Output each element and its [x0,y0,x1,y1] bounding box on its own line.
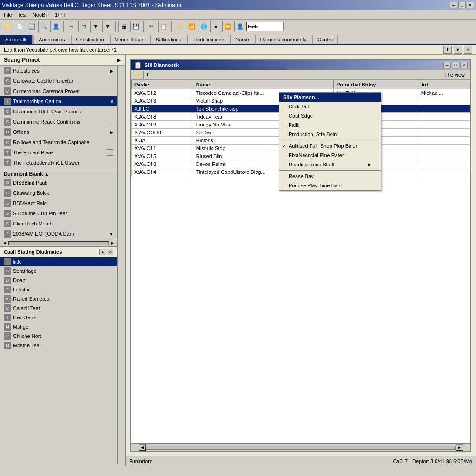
toolbar-btn-4[interactable]: 🔍 [38,21,49,32]
sidebar-item-2038[interactable]: 2 2038/AM.EGF(ODDA Darl) ▼ [0,229,117,239]
sidebar-item-prolent[interactable]: T The Prolent Pleak [0,147,117,158]
menu-item-file[interactable]: File [1,11,15,19]
tab-adlonralls[interactable]: Adlonralls [0,35,33,44]
bottom-panel-item-calenii[interactable]: C Caleniî Teat [0,304,117,313]
toolbar-btn-2[interactable]: 📄 [14,21,25,32]
bottom-panel-item-matige[interactable]: M Matige [0,322,117,331]
tab-ansnocices[interactable]: Ansnocices [33,35,70,44]
toolbar-btn-print[interactable]: 🖨 [118,21,129,32]
tab-checlication[interactable]: Checlication [71,35,109,44]
sidebar-checkbox-9[interactable] [107,149,113,156]
sidebar-item-rolliove[interactable]: R Rolliove and Teadrmitle Captnaite [0,137,117,147]
toolbar-btn-save[interactable]: 💾 [130,21,141,32]
table-cell: X:AV.Of 2 [132,89,193,97]
toolbar-btn-1[interactable]: ⭐ [2,21,13,32]
sidebar-item-catemoriis[interactable]: C Catemoriis RILt. C/sc. Pudoiis [0,106,117,117]
sidebar-item-cunteromar[interactable]: C Cunteromar. Caterncá Prover [0,86,117,96]
toolbar-btn-down1[interactable]: ▼ [90,21,101,32]
toolbar-separator-3 [143,21,144,32]
toolbar-btn-11[interactable]: ● [210,21,221,32]
minimize-button[interactable]: ─ [450,2,457,8]
context-menu-item-poduse[interactable]: Poduse Play Time Bant [279,181,381,190]
toolbar-btn-12[interactable]: ⏩ [222,21,233,32]
toolbar-btn-10[interactable]: 🌐 [198,21,209,32]
context-menu-item-caut-sdge[interactable]: Caut Sdge [279,111,381,120]
sidebar-expand-icon[interactable]: ▶ [117,58,121,63]
bottom-panel-label-6: Caleniî Teat [13,305,40,311]
bottom-panel-item-mosthe[interactable]: M Mosthe Teal [0,341,117,350]
sidebar-item-sulipe[interactable]: S Sulipe the CB0 Pin Tear [0,208,117,218]
table-cell [418,152,470,160]
toolbar-btn-3[interactable]: 🔄 [26,21,37,32]
toolbar-btn-5[interactable]: 👤 [50,21,61,32]
sidebar-item-citawsing[interactable]: C Citawsing Boick [0,188,117,198]
toolbar-btn-box[interactable]: □ [78,21,89,32]
sidebar-checkbox-6[interactable] [107,119,113,125]
sidebar-item-tanimordhips[interactable]: T Tanimordhips Certion B [0,96,117,106]
breadcrumb-btn-2[interactable]: ▼ [454,46,462,54]
context-menu-item-aulitised[interactable]: Aulitised Faiil Shop Plop Baler [279,141,381,151]
context-menu-item-rease[interactable]: Rease Bay [279,172,381,181]
inner-restore-btn[interactable]: □ [452,62,459,68]
close-button[interactable]: ✕ [467,2,474,8]
h-scroll-right[interactable]: ▶ [456,444,463,451]
sidebar-scroll-left[interactable]: ◀ [1,240,8,246]
context-menu-item-eixanecncial[interactable]: EixaNecncial Pine Rater [279,151,381,160]
toolbar-btn-arrow[interactable]: → [66,21,77,32]
context-menu-item-failt[interactable]: Failt: [279,120,381,130]
toolbar-btn-7[interactable]: 📋 [158,21,169,32]
sidebar-item-bb5haot[interactable]: B BB5/Haot Ralo [0,198,117,208]
bottom-panel-icon-3: D [4,277,11,284]
sidebar-item-cammimire[interactable]: C Cammimire Reack Confiminis [0,117,117,127]
sidebar-item-patestuices[interactable]: P Patestuices ▶ [0,66,117,76]
bottom-panel-item-liitle[interactable]: L liitle [0,257,117,266]
breadcrumb-btn-1[interactable]: ⬆ [443,46,452,54]
inner-toolbar-btn-2[interactable]: ⬆ [143,71,152,79]
context-menu-item-click-tall[interactable]: Click Tall [279,102,381,111]
bottom-panel-btn-2[interactable]: ✕ [107,249,113,255]
bottom-panel-btn-1[interactable]: ▲ [99,249,106,255]
inner-close-btn[interactable]: ✕ [460,62,468,68]
tab-trodulications[interactable]: Trodulications [187,35,229,44]
context-menu-item-production[interactable]: Production, Stfe Boin: [279,130,381,139]
breadcrumb-btn-3[interactable]: ✕ [464,46,472,54]
context-menu-item-reading[interactable]: Reading Ruee Blarlt [279,160,381,169]
toolbar-field-input[interactable] [246,22,284,31]
h-scroll-track[interactable] [146,446,456,450]
menu-item-1pt[interactable]: 1/PT [52,11,68,19]
toolbar-btn-down2[interactable]: ▼ [102,21,113,32]
bottom-panel-icon-8: M [4,323,11,331]
bottom-panel-controls: ▲ ✕ [99,249,113,255]
tab-sellications[interactable]: Sellications [150,35,186,44]
toolbar-btn-6[interactable]: ✂ [146,21,157,32]
sidebar-item-callowate[interactable]: C Callowate Caoffe Pullectar [0,76,117,86]
sidebar-v-scrollbar[interactable] [117,66,125,464]
tab-verion[interactable]: Verion Ilesus [110,35,150,44]
inner-toolbar-btn-1[interactable]: ⭐ [133,71,142,79]
sidebar-item-offiens[interactable]: O Offiens ▶ [0,127,117,137]
h-scroll-left[interactable]: ◀ [139,444,146,451]
inner-window-h-scrollbar: ◀ ▶ [131,443,470,451]
maximize-button[interactable]: □ [458,2,466,8]
tab-remusis[interactable]: Remusis donmtenity [255,35,312,44]
sidebar-scroll-right[interactable]: ▶ [109,240,116,246]
inner-minimize-btn[interactable]: ─ [443,62,451,68]
bottom-panel-item-ited[interactable]: I ITed Seiils [0,313,117,322]
bottom-panel-item-chiiche[interactable]: C Chiiche Nort [0,331,117,341]
bottom-panel-item-seratriage[interactable]: S Seratriage [0,266,117,276]
tab-name[interactable]: Name [230,35,254,44]
bottom-panel-item-doabt[interactable]: D Doabt [0,276,117,285]
sidebar-item-fetadodenaty[interactable]: T The Fetadodenaty iCL Uswer [0,158,117,168]
bottom-panel-item-fiitoitor[interactable]: F Fiitoitor [0,285,117,294]
sidebar-item-dis6blint[interactable]: D DIS6Blint Pauk [0,178,117,188]
sidebar-item-clier[interactable]: C Clier Roch Morch [0,218,117,229]
toolbar-btn-13[interactable]: 👤 [234,21,245,32]
sidebar-scroll-track[interactable] [8,241,109,245]
toolbar-btn-8[interactable]: ⚡ [174,21,185,32]
tab-contro[interactable]: Contro [312,35,338,44]
menu-item-nooblir[interactable]: NooBlir [30,11,52,19]
menu-item-test[interactable]: Test [15,11,30,19]
bottom-panel-item-railed[interactable]: R Railed Sometoal [0,294,117,304]
sidebar-section-2-arrow[interactable]: ▲ [44,172,49,177]
toolbar-btn-9[interactable]: 📶 [186,21,197,32]
